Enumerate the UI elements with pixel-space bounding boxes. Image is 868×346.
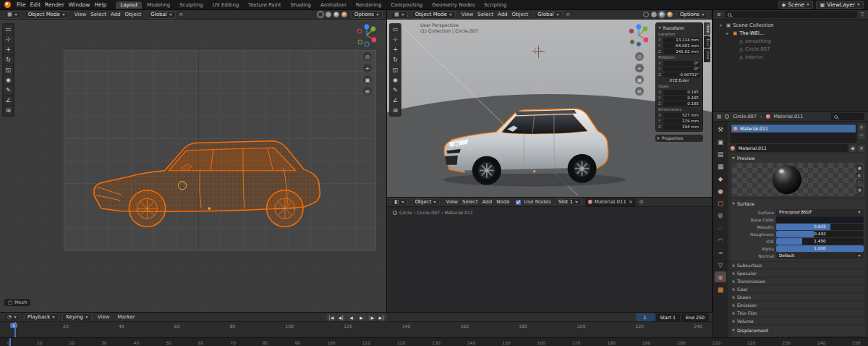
properties-tab[interactable]: ▢ [715,198,726,208]
playback-button[interactable]: ◀│ [336,313,346,321]
tool-button[interactable]: ⊹ [391,35,400,44]
transform-value-field[interactable]: XYZ Euler [658,78,700,83]
workspace-tab[interactable]: Geometry Nodes [427,1,479,9]
properties-search-input[interactable] [831,113,864,120]
expand-icon[interactable]: ▸ [726,30,731,35]
viewport-nav-icon[interactable]: ▣ [635,75,644,84]
tool-button[interactable]: ✎ [4,85,13,95]
frame-end-field[interactable]: End 250 [681,313,709,321]
properties-editor-icon[interactable]: ▤ [717,114,721,119]
tool-button[interactable]: ⊞ [4,106,13,115]
properties-tab[interactable]: ◉ [715,271,726,282]
shading-mode-icon[interactable] [651,12,657,17]
workspace-tab[interactable]: Sculpting [175,1,208,9]
workspace-tab[interactable]: Compositing [386,1,427,9]
editor-type-selector[interactable]: ◧ [391,198,408,206]
timeline-ruler[interactable]: 020406080100120140160180200220240 [0,322,712,337]
shader-type-selector[interactable]: Object [412,198,441,206]
transform-value-field[interactable]: 0.185 [663,96,700,101]
material-datablock-chip[interactable]: Material.011 × [585,198,636,206]
preview-section-header[interactable]: Preview [732,155,864,161]
playback-button[interactable]: │▶ [367,313,376,321]
remove-slot-button[interactable]: − [858,132,865,139]
transform-value-field[interactable]: -0.90712° [663,72,700,77]
tool-button[interactable]: ▭ [391,25,400,34]
shading-mode-icon[interactable] [643,12,649,17]
outliner-search-input[interactable] [725,11,857,18]
property-value-widget[interactable]: 1.450 [776,238,864,245]
collapsed-panel[interactable]: Emission [731,302,865,308]
shading-mode-icon[interactable] [333,12,339,17]
options-menu[interactable]: Options [351,11,383,19]
frame-start-field[interactable]: Start 1 [656,313,680,321]
topbar-menu-item[interactable]: Window [67,1,93,8]
material-slot-list[interactable]: Material.011 [731,124,856,143]
tool-button[interactable]: + [391,45,400,54]
collapsed-panel[interactable]: Specular [731,270,865,277]
viewport-nav-icon[interactable]: ▣ [363,75,372,84]
snap-magnet-icon[interactable]: ∩ [566,12,570,17]
properties-tab[interactable]: ◆ [715,173,726,184]
pin-icon[interactable]: ⊙ [639,199,644,205]
shader-menu-item[interactable]: Node [494,199,511,205]
properties-tab[interactable]: ● [715,185,726,196]
outliner-editor-icon[interactable]: ≡ [717,12,721,17]
playhead-marker[interactable] [9,338,11,346]
displacement-section-header[interactable]: Displacement [732,327,864,334]
tool-button[interactable]: ⊹ [4,35,13,44]
preview-type-button[interactable]: ▤ [856,193,863,196]
shading-mode-icon[interactable] [659,12,665,17]
viewport-menu-item[interactable]: Object [510,12,531,17]
outliner[interactable]: ≡ ▽ ▾ ▣ Scene Collection ▸ ▣ The-WEl... [712,10,868,111]
topbar-menu-item[interactable]: Help [92,1,109,8]
preview-type-button[interactable]: ▢ [856,179,863,185]
transform-panel-header[interactable]: Transform [658,25,700,31]
properties-tab[interactable]: ⚒ [715,124,726,135]
workspace-tab[interactable]: Texture Paint [244,1,285,9]
viewport-nav-icon[interactable]: + [363,64,372,72]
scene-selector[interactable]: ◆ Scene [778,1,814,9]
shader-menu-item[interactable]: Add [480,199,495,205]
editor-type-selector[interactable]: ▦ [391,11,408,19]
properties-tab[interactable]: ▩ [715,284,726,295]
topbar-menu-item[interactable]: File [14,1,28,8]
playback-button[interactable]: ▶│ [377,313,386,321]
transform-value-field[interactable]: 142.02 mm [663,49,700,54]
unlink-button[interactable]: × [858,145,865,152]
viewport-nav-icon[interactable]: + [635,64,644,72]
shader-editor[interactable]: ◧ Object ViewSelectAddNode Use Nodes Slo… [387,197,712,312]
properties-tab[interactable]: ▣ [715,136,726,147]
properties-tab[interactable]: ▦ [715,161,726,172]
sidebar-tab[interactable]: View [704,48,710,62]
tool-button[interactable]: ∠ [4,96,13,105]
outliner-row[interactable]: △ Circle.007 [715,45,866,53]
current-frame-field[interactable]: 1 [636,313,655,321]
tool-button[interactable]: ↻ [4,55,13,64]
viewport-menu-item[interactable]: View [72,12,89,17]
viewport-nav-icon[interactable]: ◎ [363,52,372,61]
transform-orientation-selector[interactable]: Global [534,11,562,19]
outliner-row[interactable]: ▸ ▣ The-WEl... [715,29,866,37]
tool-button[interactable]: ◉ [4,75,13,85]
preview-type-button[interactable]: ● [856,164,863,171]
workspace-tab[interactable]: Shading [286,1,315,9]
transform-value-field[interactable]: -64.081 mm [663,43,700,48]
fake-user-button[interactable]: ◈ [849,145,856,152]
options-menu[interactable]: Options [676,11,708,19]
collapsed-panel[interactable]: Transmission [731,278,865,284]
workspace-tab[interactable]: Layout [116,1,142,9]
viewport-menu-item[interactable]: Object [123,12,144,17]
collapsed-panel[interactable]: Coat [731,286,865,292]
tool-button[interactable]: ↻ [391,55,400,64]
transform-value-field[interactable]: 13.114 mm [663,38,700,43]
workspace-tab[interactable]: Scripting [480,1,511,9]
snap-magnet-icon[interactable]: ∩ [179,12,183,17]
properties-tab[interactable]: ⚙ [715,210,726,221]
sidebar-tab[interactable]: Tool [704,36,710,48]
topbar-menu-item[interactable]: Render [43,1,67,8]
transform-value-field[interactable]: 219 mm [663,119,700,124]
workspace-tab[interactable]: Rendering [352,1,386,9]
preview-type-button[interactable]: ◐ [856,172,863,178]
transform-value-field[interactable]: 0.185 [663,101,700,106]
preview-type-button[interactable]: ◉ [856,186,863,193]
